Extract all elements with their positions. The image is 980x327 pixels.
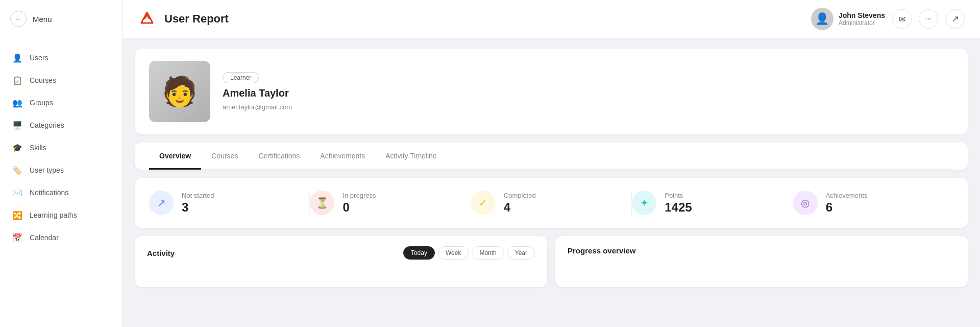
- sidebar-item-courses[interactable]: 📋 Courses: [0, 69, 122, 91]
- stats-card: ↗ Not started 3 ⏳ In progress 0 ✓ Comple…: [135, 178, 968, 228]
- stat-item-in-progress: ⏳ In progress 0: [310, 191, 470, 215]
- sidebar-item-user-types[interactable]: 🏷️ User types: [0, 159, 122, 181]
- profile-email: amel.taylor@gmail.com: [223, 103, 292, 111]
- sidebar-item-label-learning-paths: Learning paths: [30, 211, 77, 219]
- more-icon: ···: [925, 14, 932, 24]
- activity-title: Activity: [147, 249, 175, 258]
- sidebar-item-label-courses: Courses: [30, 76, 56, 84]
- tab-activity-timeline[interactable]: Activity Timeline: [375, 143, 447, 170]
- stat-value-completed: 4: [504, 200, 536, 215]
- sidebar-item-label-categories: Categories: [30, 121, 64, 129]
- learning-paths-icon: 🔀: [12, 210, 22, 220]
- avatar: 👤: [811, 8, 834, 30]
- stat-label-completed: Completed: [504, 192, 536, 199]
- mail-icon: ✉: [899, 14, 905, 24]
- profile-photo: 🧑: [149, 61, 210, 122]
- user-name: John Stevens: [839, 11, 885, 19]
- time-pill-week[interactable]: Week: [438, 246, 469, 260]
- stat-item-achievements: ◎ Achievements 6: [793, 191, 953, 215]
- time-pill-today[interactable]: Today: [403, 246, 435, 260]
- sidebar-item-calendar[interactable]: 📅 Calendar: [0, 226, 122, 249]
- stat-item-points: ✦ Points 1425: [632, 191, 792, 215]
- sidebar-item-label-skills: Skills: [30, 144, 46, 152]
- export-button[interactable]: ↗: [945, 9, 965, 29]
- calendar-icon: 📅: [12, 232, 22, 243]
- user-details: John Stevens Administrator: [839, 11, 885, 27]
- stat-label-points: Points: [665, 192, 692, 199]
- profile-card: 🧑 Learner Amelia Taylor amel.taylor@gmai…: [135, 49, 968, 134]
- time-pill-year[interactable]: Year: [507, 246, 535, 260]
- achievements-icon: ◎: [793, 191, 818, 215]
- user-types-icon: 🏷️: [12, 165, 22, 175]
- stat-text-in-progress: In progress 0: [342, 192, 376, 215]
- main-area: User Report 👤 John Stevens Administrator…: [122, 0, 980, 327]
- progress-title: Progress overview: [568, 246, 635, 255]
- time-pills: TodayWeekMonthYear: [403, 246, 535, 260]
- skills-icon: 🎓: [12, 143, 22, 153]
- categories-icon: 🖥️: [12, 120, 22, 130]
- sidebar: ← Menu 👤 Users 📋 Courses 👥 Groups 🖥️ Cat…: [0, 0, 122, 327]
- stat-value-points: 1425: [665, 200, 692, 215]
- user-role: Administrator: [839, 19, 885, 27]
- points-icon: ✦: [632, 191, 656, 215]
- stat-value-achievements: 6: [826, 200, 868, 215]
- stat-label-in-progress: In progress: [342, 192, 376, 199]
- stat-text-points: Points 1425: [665, 192, 692, 215]
- courses-icon: 📋: [12, 75, 22, 85]
- notifications-icon: ✉️: [12, 188, 22, 198]
- users-icon: 👤: [12, 53, 22, 63]
- in-progress-icon: ⏳: [310, 191, 334, 215]
- tab-overview[interactable]: Overview: [149, 143, 201, 170]
- mail-button[interactable]: ✉: [892, 9, 912, 29]
- bottom-row: Activity TodayWeekMonthYear Progress ove…: [135, 236, 968, 287]
- completed-icon: ✓: [471, 191, 496, 215]
- role-badge: Learner: [223, 72, 259, 83]
- groups-icon: 👥: [12, 98, 22, 108]
- activity-card: Activity TodayWeekMonthYear: [135, 236, 547, 287]
- profile-info: Learner Amelia Taylor amel.taylor@gmail.…: [223, 72, 292, 111]
- more-button[interactable]: ···: [919, 9, 938, 29]
- tabs: OverviewCoursesCertificationsAchievement…: [149, 143, 953, 170]
- content-area: 🧑 Learner Amelia Taylor amel.taylor@gmai…: [122, 38, 980, 327]
- tab-achievements[interactable]: Achievements: [310, 143, 375, 170]
- tab-certifications[interactable]: Certifications: [248, 143, 310, 170]
- stat-item-completed: ✓ Completed 4: [471, 191, 631, 215]
- profile-name: Amelia Taylor: [223, 87, 292, 99]
- stat-label-not-started: Not started: [182, 192, 214, 199]
- sidebar-item-groups[interactable]: 👥 Groups: [0, 91, 122, 114]
- topbar-actions: 👤 John Stevens Administrator ✉ ··· ↗: [811, 8, 965, 30]
- sidebar-nav: 👤 Users 📋 Courses 👥 Groups 🖥️ Categories…: [0, 38, 122, 327]
- sidebar-item-learning-paths[interactable]: 🔀 Learning paths: [0, 204, 122, 226]
- stat-text-not-started: Not started 3: [182, 192, 214, 215]
- progress-card: Progress overview: [555, 236, 968, 287]
- sidebar-item-label-groups: Groups: [30, 99, 53, 107]
- stat-text-achievements: Achievements 6: [826, 192, 868, 215]
- topbar: User Report 👤 John Stevens Administrator…: [122, 0, 980, 38]
- menu-label: Menu: [33, 15, 52, 24]
- sidebar-header: ← Menu: [0, 0, 122, 38]
- sidebar-item-skills[interactable]: 🎓 Skills: [0, 136, 122, 159]
- profile-photo-placeholder: 🧑: [149, 61, 210, 122]
- export-icon: ↗: [951, 13, 959, 25]
- stat-label-achievements: Achievements: [826, 192, 868, 199]
- tab-courses[interactable]: Courses: [201, 143, 248, 170]
- tabs-card: OverviewCoursesCertificationsAchievement…: [135, 143, 968, 170]
- stat-value-not-started: 3: [182, 200, 214, 215]
- sidebar-item-users[interactable]: 👤 Users: [0, 46, 122, 69]
- sidebar-item-label-calendar: Calendar: [30, 233, 59, 242]
- time-pill-month[interactable]: Month: [472, 246, 504, 260]
- back-icon: ←: [15, 15, 22, 23]
- stat-value-in-progress: 0: [342, 200, 376, 215]
- sidebar-item-label-user-types: User types: [30, 166, 64, 174]
- stat-text-completed: Completed 4: [504, 192, 536, 215]
- sidebar-item-label-notifications: Notifications: [30, 189, 68, 197]
- back-button[interactable]: ←: [10, 11, 27, 27]
- page-title: User Report: [164, 12, 803, 26]
- user-info: 👤 John Stevens Administrator: [811, 8, 885, 30]
- activity-header: Activity TodayWeekMonthYear: [147, 246, 535, 260]
- sidebar-item-label-users: Users: [30, 54, 48, 62]
- sidebar-item-categories[interactable]: 🖥️ Categories: [0, 114, 122, 136]
- app-logo: [138, 10, 156, 28]
- sidebar-item-notifications[interactable]: ✉️ Notifications: [0, 181, 122, 204]
- not-started-icon: ↗: [149, 191, 174, 215]
